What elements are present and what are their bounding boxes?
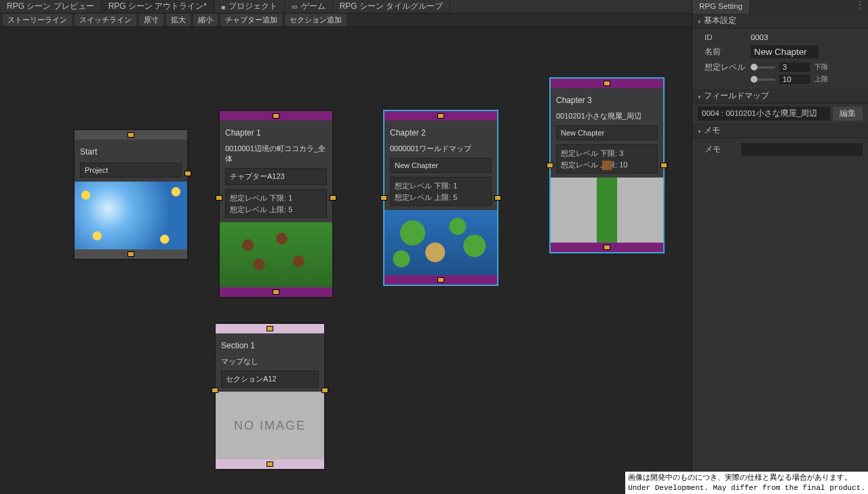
port-top[interactable] [604, 81, 610, 86]
name-input[interactable] [751, 45, 818, 58]
port-right[interactable] [660, 163, 667, 168]
node-start[interactable]: Start Project [73, 129, 189, 260]
node-level-stats: 想定レベル 下限: 1 想定レベル 上限: 5 [225, 189, 327, 218]
node-field[interactable]: Project [80, 163, 182, 178]
tab-scene-preview[interactable]: RPG シーン プレビュー [0, 0, 102, 13]
port-top[interactable] [267, 326, 273, 331]
inspector-panel: RPG Setting ⋮ 基本設定 ID 0003 名前 想定レベル 3 下限 [692, 0, 868, 494]
storyline-button[interactable]: ストーリーライン [3, 14, 72, 26]
port-top[interactable] [273, 113, 279, 119]
node-thumbnail [220, 222, 332, 287]
node-title: Chapter 2 [390, 126, 492, 140]
tab-project[interactable]: プロジェクト [214, 0, 285, 13]
add-section-button[interactable]: セクション追加 [285, 14, 347, 26]
level-low-suffix: 下限 [814, 62, 828, 72]
add-chapter-button[interactable]: チャプター追加 [220, 14, 282, 26]
name-label: 名前 [698, 47, 745, 57]
inspector-tab-rpg-setting[interactable]: RPG Setting [692, 0, 750, 14]
memo-input[interactable] [741, 143, 863, 156]
node-thumbnail [75, 182, 187, 249]
node-title: Chapter 1 [225, 126, 327, 140]
node-thumbnail [384, 210, 497, 275]
node-title: Section 1 [221, 339, 319, 352]
inspector-section-basic[interactable]: 基本設定 [692, 14, 868, 28]
level-high-value[interactable]: 10 [779, 75, 810, 84]
actual-size-button[interactable]: 原寸 [139, 14, 163, 26]
node-name-field[interactable]: New Chapter [556, 125, 658, 140]
id-label: ID [698, 33, 745, 41]
node-name-field[interactable]: チャプターA123 [225, 168, 327, 185]
node-section-1[interactable]: Section 1 マップなし セクションA12 NO IMAGE [214, 323, 326, 470]
tab-tilegroup[interactable]: RPG シーン タイルグループ [333, 0, 451, 13]
outline-canvas[interactable]: Start Project Chapter 1 0010001辺境の町ココカラ_… [0, 27, 692, 494]
zoom-in-button[interactable]: 拡大 [166, 14, 191, 26]
port-right[interactable] [321, 388, 328, 393]
node-name-field[interactable]: セクションA12 [221, 371, 319, 388]
port-bottom[interactable] [127, 251, 134, 257]
port-right[interactable] [184, 171, 191, 176]
level-high-suffix: 上限 [814, 75, 828, 84]
folder-icon [221, 2, 225, 12]
game-icon [292, 2, 298, 12]
port-top[interactable] [127, 132, 134, 138]
node-chapter-3[interactable]: Chapter 3 0010201小さな廃屋_周辺 New Chapter 想定… [549, 77, 665, 253]
disclosure-triangle-icon [698, 92, 701, 100]
port-left[interactable] [547, 163, 553, 168]
disclosure-triangle-icon [698, 17, 701, 25]
level-low-value[interactable]: 3 [779, 62, 810, 72]
tab-game[interactable]: ゲーム [285, 0, 333, 13]
node-name-field[interactable]: New Chapter [390, 158, 492, 173]
port-left[interactable] [212, 388, 218, 393]
connection-lines [0, 27, 203, 129]
node-level-stats: 想定レベル 下限: 1 想定レベル 上限: 5 [390, 177, 492, 206]
inspector-section-memo[interactable]: メモ [692, 123, 868, 138]
port-bottom[interactable] [604, 245, 610, 250]
tab-scene-outline[interactable]: RPG シーン アウトライン* [102, 0, 214, 13]
node-title: Start [80, 145, 182, 159]
node-title: Chapter 3 [556, 94, 658, 107]
port-left[interactable] [380, 195, 387, 201]
port-top[interactable] [437, 113, 444, 119]
node-map-id: 0000001ワールドマップ [390, 144, 492, 154]
level-low-slider[interactable] [751, 66, 775, 68]
port-right[interactable] [494, 195, 501, 201]
level-high-slider[interactable] [751, 79, 775, 81]
memo-label: メモ [698, 144, 736, 155]
zoom-out-button[interactable]: 縮小 [193, 14, 218, 26]
fieldmap-edit-button[interactable]: 編集 [833, 106, 863, 121]
node-chapter-1[interactable]: Chapter 1 0010001辺境の町ココカラ_全体 チャプターA123 想… [218, 110, 334, 298]
port-bottom[interactable] [267, 461, 273, 467]
port-bottom[interactable] [437, 277, 444, 283]
node-thumbnail [551, 178, 663, 243]
switchline-button[interactable]: スイッチライン [75, 14, 136, 26]
development-disclaimer: 画像は開発中のものにつき、実際の仕様と異なる場合があります。 Under Dev… [625, 472, 868, 494]
node-map-id: 0010001辺境の町ココカラ_全体 [225, 144, 327, 164]
level-label: 想定レベル [698, 62, 745, 73]
node-thumbnail-empty: NO IMAGE [216, 392, 324, 459]
inspector-section-fieldmap[interactable]: フィールドマップ [692, 89, 868, 104]
fieldmap-value: 0004 : 0010201小さな廃屋_周辺 [698, 106, 830, 121]
inspector-overflow-menu[interactable]: ⋮ [852, 0, 868, 14]
node-chapter-2[interactable]: Chapter 2 0000001ワールドマップ New Chapter 想定レ… [383, 110, 498, 286]
port-right[interactable] [330, 195, 336, 201]
node-map-id: マップなし [221, 356, 319, 367]
port-left[interactable] [216, 195, 222, 201]
port-bottom[interactable] [273, 289, 279, 295]
node-map-id: 0010201小さな廃屋_周辺 [556, 111, 658, 121]
id-value: 0003 [751, 33, 863, 41]
disclosure-triangle-icon [698, 127, 701, 135]
